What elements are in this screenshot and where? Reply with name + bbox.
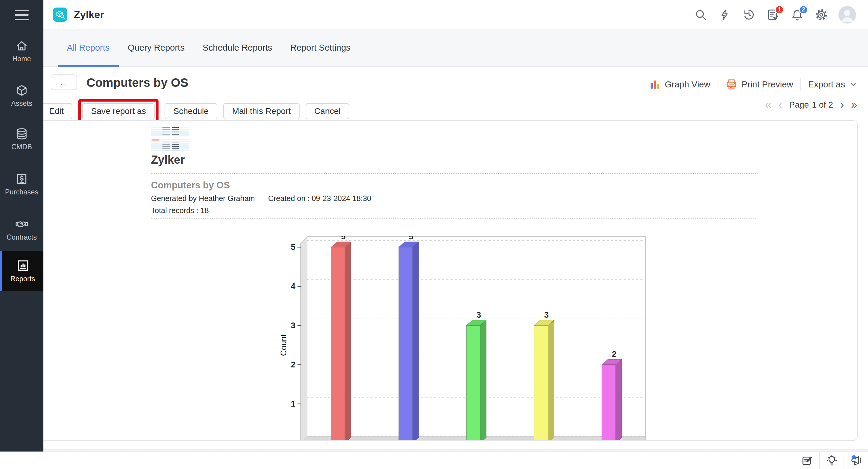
svg-text:3: 3 [291, 321, 296, 330]
graph-view-icon [649, 79, 661, 90]
app-root: Home Assets CMDB Purchases Contracts [0, 0, 868, 469]
report-thumbnail-image [151, 125, 189, 152]
report-card: Zylker Computers by OS Generated by Heat… [40, 120, 858, 441]
generated-by-text: Generated by Heather Graham [151, 194, 255, 203]
highlight-box: Save report as [79, 99, 158, 123]
brand-name: Zylker [74, 9, 104, 21]
approvals-badge: 1 [775, 5, 784, 14]
sidebar-item-label: Assets [0, 99, 43, 107]
svg-text:5: 5 [409, 236, 413, 241]
svg-text:2: 2 [291, 360, 296, 369]
view-actions: Graph View Print Preview Export as [649, 78, 857, 91]
save-report-as-button[interactable]: Save report as [82, 103, 155, 119]
sidebar-item-label: Reports [2, 275, 43, 283]
page-title: Computers by OS [87, 76, 188, 90]
sidebar-item-label: Purchases [0, 188, 43, 196]
graph-view-label: Graph View [665, 80, 710, 90]
svg-text:Count: Count [279, 334, 288, 356]
user-avatar[interactable] [838, 6, 856, 24]
previous-page-icon[interactable]: ‹ [778, 99, 782, 110]
bar-chart-3d: 12345Count55332 [269, 236, 652, 441]
export-as-label: Export as [808, 80, 845, 90]
print-preview-button[interactable]: Print Preview [725, 79, 793, 90]
sidebar-item-label: Contracts [0, 233, 43, 242]
svg-text:1: 1 [291, 399, 296, 408]
hamburger-menu-icon[interactable] [15, 10, 29, 23]
first-page-icon[interactable]: « [765, 99, 771, 110]
pagination: « ‹ Page 1 of 2 › » [765, 99, 857, 110]
bar-chart-icon [2, 259, 43, 273]
notifications-bell-icon[interactable]: 2 [790, 8, 804, 22]
edit-button[interactable]: Edit [40, 103, 72, 119]
sidebar-item-label: Home [0, 55, 43, 63]
home-icon [0, 39, 43, 53]
schedule-button[interactable]: Schedule [164, 103, 217, 119]
whats-new-bulb-icon[interactable] [819, 452, 844, 469]
sidebar-item-home[interactable]: Home [0, 39, 43, 63]
last-page-icon[interactable]: » [851, 99, 857, 110]
svg-text:3: 3 [476, 310, 481, 319]
svg-text:5: 5 [291, 243, 296, 252]
handshake-icon [0, 218, 43, 231]
assets-cube-icon [0, 84, 43, 97]
sidebar-item-contracts[interactable]: Contracts [0, 218, 43, 242]
chevron-down-icon [849, 81, 857, 88]
graph-view-button[interactable]: Graph View [649, 79, 710, 90]
approvals-checklist-icon[interactable]: 1 [766, 8, 780, 22]
page-indicator: Page 1 of 2 [789, 100, 833, 110]
svg-text:2: 2 [612, 350, 616, 359]
export-as-dropdown[interactable]: Export as [808, 80, 858, 90]
footer [0, 451, 868, 469]
page-value: 1 of 2 [812, 100, 833, 110]
purchase-dollar-icon [0, 173, 43, 186]
divider [718, 78, 718, 91]
page-label: Page [789, 100, 809, 110]
svg-text:3: 3 [544, 310, 549, 319]
tab-schedule-reports[interactable]: Schedule Reports [193, 29, 281, 66]
settings-gear-icon[interactable] [814, 8, 828, 22]
sidebar: Home Assets CMDB Purchases Contracts [0, 0, 43, 451]
sidebar-item-label: CMDB [0, 143, 43, 151]
sidebar-item-cmdb[interactable]: CMDB [0, 127, 43, 151]
tab-query-reports[interactable]: Query Reports [119, 29, 194, 66]
report-chart: 12345Count55332 [269, 236, 652, 441]
tab-all-reports[interactable]: All Reports [58, 29, 119, 66]
sidebar-item-purchases[interactable]: Purchases [0, 173, 43, 196]
svg-text:4: 4 [291, 282, 296, 291]
footer-fade [0, 449, 868, 451]
total-records-text: Total records : 18 [151, 206, 209, 215]
sidebar-item-assets[interactable]: Assets [0, 84, 43, 107]
printer-icon [725, 79, 738, 90]
report-tabstrip: All Reports Query Reports Schedule Repor… [43, 29, 868, 67]
next-page-icon[interactable]: › [840, 99, 844, 110]
footer-icons [795, 452, 868, 469]
divider [801, 78, 801, 91]
back-arrow-icon: ← [59, 76, 69, 88]
cancel-button[interactable]: Cancel [306, 103, 349, 119]
dotted-separator [151, 173, 755, 174]
notifications-badge: 2 [799, 5, 808, 14]
report-title: Computers by OS [151, 180, 230, 191]
history-icon[interactable] [742, 8, 756, 22]
report-company-name: Zylker [151, 153, 185, 166]
created-on-text: Created on : 09-23-2024 18:30 [268, 194, 371, 203]
svg-text:5: 5 [341, 236, 346, 241]
back-button[interactable]: ← [51, 74, 77, 90]
announcements-megaphone-icon[interactable] [844, 452, 868, 469]
sidebar-item-reports[interactable]: Reports [0, 251, 43, 291]
print-preview-label: Print Preview [742, 80, 793, 90]
mail-this-report-button[interactable]: Mail this Report [223, 103, 300, 119]
tab-report-settings[interactable]: Report Settings [281, 29, 360, 66]
report-meta: Generated by Heather Graham Created on :… [151, 194, 371, 203]
topbar: Zylker 1 2 [43, 0, 868, 29]
report-action-buttons: Edit Save report as Schedule Mail this R… [40, 99, 349, 123]
brand: Zylker [53, 0, 104, 29]
tabs: All Reports Query Reports Schedule Repor… [58, 29, 868, 66]
topbar-icons: 1 2 [694, 0, 856, 29]
feedback-note-icon[interactable] [795, 452, 819, 469]
search-icon[interactable] [694, 8, 708, 22]
dotted-separator [151, 218, 755, 219]
database-icon [0, 127, 43, 140]
brand-logo-icon [53, 7, 67, 22]
quick-actions-bolt-icon[interactable] [718, 8, 732, 22]
